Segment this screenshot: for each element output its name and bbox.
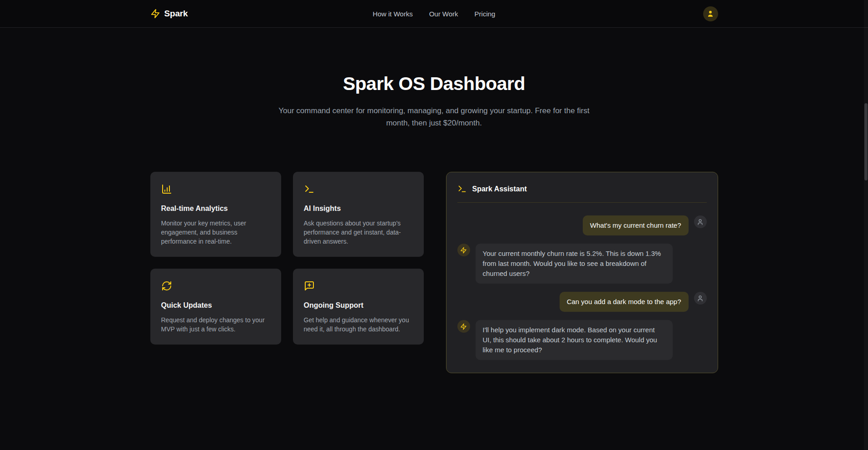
- chat-message-assistant: I'll help you implement dark mode. Based…: [457, 320, 707, 360]
- nav-right: [495, 6, 718, 21]
- nav-links: How it Works Our Work Pricing: [373, 10, 496, 18]
- page-title: Spark OS Dashboard: [0, 73, 868, 95]
- feature-title: Ongoing Support: [304, 301, 413, 310]
- feature-card-ongoing-support: Ongoing Support Get help and guidance wh…: [293, 269, 424, 345]
- chat-message-assistant: Your current monthly churn rate is 5.2%.…: [457, 244, 707, 284]
- assistant-chat-bubble: I'll help you implement dark mode. Based…: [476, 320, 673, 360]
- brand-name: Spark: [164, 9, 188, 19]
- nav-link-our-work[interactable]: Our Work: [429, 10, 458, 18]
- nav-link-how-it-works[interactable]: How it Works: [373, 10, 413, 18]
- feature-grid: Real-time Analytics Monitor your key met…: [150, 172, 424, 345]
- page-scrollbar-thumb[interactable]: [864, 103, 868, 180]
- main: Spark OS Dashboard Your command center f…: [0, 28, 868, 373]
- feature-card-quick-updates: Quick Updates Request and deploy changes…: [150, 269, 281, 345]
- feature-description: Ask questions about your startup's perfo…: [304, 219, 413, 246]
- assistant-panel-title: Spark Assistant: [472, 185, 527, 193]
- feature-description: Monitor your key metrics, user engagemen…: [161, 219, 270, 246]
- user-icon: [706, 10, 714, 18]
- panel-divider: [457, 202, 707, 203]
- refresh-icon: [161, 280, 172, 291]
- content-section: Real-time Analytics Monitor your key met…: [150, 172, 718, 373]
- navbar-inner: Spark How it Works Our Work Pricing: [150, 0, 718, 27]
- assistant-chat-bubble: Your current monthly churn rate is 5.2%.…: [476, 244, 673, 284]
- spark-logo-icon: [150, 9, 160, 19]
- feature-title: AI Insights: [304, 205, 413, 213]
- user-icon: [697, 295, 704, 302]
- user-chat-bubble: Can you add a dark mode to the app?: [560, 292, 689, 312]
- feature-description: Request and deploy changes to your MVP w…: [161, 315, 270, 334]
- bar-chart-icon: [161, 184, 172, 195]
- user-message-avatar: [694, 292, 707, 305]
- nav-link-pricing[interactable]: Pricing: [475, 10, 496, 18]
- terminal-icon: [457, 184, 467, 194]
- spark-bolt-icon: [460, 247, 467, 254]
- user-avatar-button[interactable]: [703, 6, 718, 21]
- hero-section: Spark OS Dashboard Your command center f…: [0, 28, 868, 129]
- feature-title: Quick Updates: [161, 301, 270, 310]
- spark-assistant-panel: Spark Assistant What's my current churn …: [446, 172, 718, 373]
- user-chat-bubble: What's my current churn rate?: [583, 215, 688, 235]
- page-scrollbar-track[interactable]: [864, 0, 868, 450]
- spark-bolt-icon: [460, 323, 467, 330]
- chat-message-user: What's my current churn rate?: [457, 215, 707, 235]
- page-subtitle: Your command center for monitoring, mana…: [275, 105, 593, 129]
- feature-card-realtime-analytics: Real-time Analytics Monitor your key met…: [150, 172, 281, 257]
- user-icon: [697, 219, 704, 225]
- feature-card-ai-insights: AI Insights Ask questions about your sta…: [293, 172, 424, 257]
- user-message-avatar: [694, 215, 707, 228]
- terminal-icon: [304, 184, 315, 195]
- message-square-plus-icon: [304, 280, 315, 291]
- feature-description: Get help and guidance whenever you need …: [304, 315, 413, 334]
- feature-title: Real-time Analytics: [161, 205, 270, 213]
- brand[interactable]: Spark: [150, 9, 373, 19]
- assistant-message-avatar: [457, 244, 470, 256]
- assistant-message-avatar: [457, 320, 470, 333]
- assistant-panel-header: Spark Assistant: [457, 184, 707, 194]
- chat-message-user: Can you add a dark mode to the app?: [457, 292, 707, 312]
- chat-messages: What's my current churn rate?: [457, 215, 707, 360]
- navbar: Spark How it Works Our Work Pricing: [0, 0, 868, 28]
